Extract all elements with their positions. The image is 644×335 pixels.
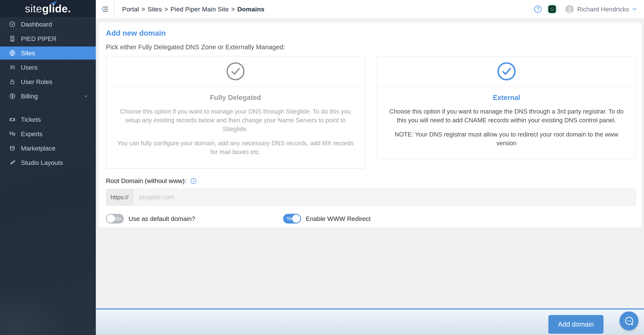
dashboard-icon — [9, 21, 16, 28]
sidebar-item-label: PIED PIPER — [21, 35, 56, 42]
toggle-knob — [292, 214, 300, 223]
chat-bubble-icon — [623, 315, 635, 327]
sidebar-item-label: Studio Layouts — [21, 159, 63, 166]
breadcrumb-current-domains: Domains — [238, 6, 264, 13]
help-icon[interactable] — [534, 5, 542, 14]
external-option-card[interactable]: External Choose this option if you want … — [377, 56, 636, 159]
sidebar-item-label: Tickets — [21, 116, 41, 123]
sidebar-item-users[interactable]: Users — [0, 61, 96, 74]
root-domain-input[interactable] — [133, 189, 636, 206]
paper-plane-icon — [50, 0, 58, 6]
root-domain-label: Root Domain (without www): — [106, 177, 186, 184]
external-title: External — [386, 94, 627, 102]
avatar[interactable] — [565, 5, 574, 14]
page-subtitle: Pick either Fully Delegated DNS Zone or … — [106, 43, 636, 51]
default-domain-toggle-label: Use as default domain? — [128, 215, 195, 222]
root-domain-input-group: https:// — [106, 188, 636, 206]
breadcrumb-separator: > — [231, 6, 235, 13]
collapse-sidebar-icon — [101, 6, 109, 12]
top-header: Portal>Sites>Pied Piper Main Site>Domain… — [96, 0, 644, 18]
check-circle-icon-selected — [497, 62, 516, 81]
breadcrumb-separator: > — [164, 6, 168, 13]
sidebar-item-pied-piper[interactable]: PIED PIPER — [0, 32, 96, 45]
chat-bubbles-icon — [9, 130, 16, 137]
sidebar-item-marketplace[interactable]: Marketplace — [0, 142, 96, 155]
default-domain-toggle[interactable]: No — [106, 214, 124, 224]
fully-delegated-paragraph: You can fully configure your domain, add… — [116, 139, 354, 156]
sidebar: siteglide. Dashboard PIED PIPER Sites — [0, 0, 96, 335]
logo-dot: . — [68, 2, 71, 14]
sidebar-item-sites[interactable]: Sites — [0, 46, 96, 60]
avatar-silhouette-icon — [565, 5, 574, 14]
sidebar-item-user-roles[interactable]: User Roles — [0, 75, 96, 88]
external-body: External Choose this option if you want … — [377, 87, 636, 159]
breadcrumb-separator: > — [142, 6, 145, 13]
fully-delegated-icon-section — [106, 56, 364, 87]
external-note-paragraph: NOTE: Your DNS registrar must allow you … — [386, 130, 627, 148]
toggle-knob — [107, 214, 115, 223]
user-name[interactable]: Richard Hendricks — [577, 6, 629, 13]
siteglide-logo[interactable]: siteglide. — [25, 3, 71, 14]
breadcrumb: Portal>Sites>Pied Piper Main Site>Domain… — [122, 6, 264, 13]
sidebar-item-label: Sites — [21, 50, 35, 57]
www-redirect-toggle-group: Yes Enable WWW Redirect — [283, 214, 371, 224]
fully-delegated-body: Fully Delegated Choose this option if yo… — [106, 87, 364, 168]
check-circle-icon — [226, 62, 246, 81]
protocol-prefix: https:// — [106, 189, 133, 206]
logo-text-light: site — [25, 2, 42, 14]
root-domain-label-row: Root Domain (without www): — [106, 177, 636, 184]
siteglide-app-badge-icon[interactable] — [548, 5, 556, 14]
sidebar-item-label: Users — [21, 64, 38, 71]
external-paragraph: Choose this option if you want to manage… — [386, 107, 627, 124]
billing-icon — [9, 93, 16, 100]
dns-option-cards: Fully Delegated Choose this option if yo… — [106, 56, 636, 168]
sidebar-item-experts[interactable]: Experts — [0, 127, 96, 140]
www-redirect-toggle[interactable]: Yes — [283, 214, 301, 224]
user-menu-chevron-icon[interactable] — [632, 6, 637, 12]
storefront-icon — [9, 145, 16, 152]
breadcrumb-site-name[interactable]: Pied Piper Main Site — [170, 6, 229, 13]
sidebar-item-tickets[interactable]: Tickets — [0, 113, 96, 126]
default-domain-toggle-group: No Use as default domain? — [106, 214, 195, 224]
sidebar-item-label: User Roles — [21, 78, 52, 86]
sidebar-item-label: Dashboard — [21, 21, 52, 28]
siteglide-portal: siteglide. Dashboard PIED PIPER Sites — [0, 0, 644, 335]
toggle-state-label: No — [114, 216, 121, 222]
fully-delegated-title: Fully Delegated — [116, 94, 354, 102]
add-domain-panel: Add new domain Pick either Fully Delegat… — [98, 22, 642, 228]
page-background: Add new domain Pick either Fully Delegat… — [96, 18, 644, 335]
users-icon — [9, 64, 16, 71]
sidebar-item-billing[interactable]: Billing — [0, 90, 96, 103]
globe-icon — [9, 50, 16, 56]
sidebar-item-label: Billing — [21, 92, 38, 100]
sidebar-menu: Dashboard PIED PIPER Sites Users — [0, 18, 96, 169]
building-icon — [9, 35, 16, 42]
sidebar-item-dashboard[interactable]: Dashboard — [0, 18, 96, 31]
fully-delegated-paragraph: Choose this option if you want to manage… — [116, 107, 354, 133]
header-right-cluster: Richard Hendricks — [534, 5, 644, 14]
lock-icon — [9, 78, 16, 85]
breadcrumb-portal[interactable]: Portal — [122, 6, 139, 13]
sidebar-item-label: Marketplace — [21, 145, 56, 152]
external-icon-section — [377, 56, 636, 87]
collapse-sidebar-button[interactable] — [96, 0, 114, 18]
action-footer: Add domain — [96, 308, 644, 335]
sidebar-logo-band: siteglide. — [0, 0, 96, 17]
breadcrumb-sites[interactable]: Sites — [148, 6, 162, 13]
fully-delegated-option-card[interactable]: Fully Delegated Choose this option if yo… — [106, 56, 365, 168]
ticket-icon — [9, 116, 16, 123]
chevron-down-icon — [82, 94, 89, 98]
chat-support-fab[interactable] — [620, 312, 638, 330]
domain-toggles-row: No Use as default domain? Yes Enable WWW… — [106, 214, 636, 224]
sidebar-item-label: Experts — [21, 130, 42, 138]
sidebar-item-studio-layouts[interactable]: Studio Layouts — [0, 156, 96, 169]
www-redirect-toggle-label: Enable WWW Redirect — [306, 215, 371, 222]
sidebar-section-gap — [0, 104, 96, 113]
add-domain-button[interactable]: Add domain — [548, 315, 604, 334]
info-icon[interactable] — [190, 178, 197, 184]
paintbrush-icon — [9, 159, 16, 166]
page-title: Add new domain — [106, 29, 636, 37]
